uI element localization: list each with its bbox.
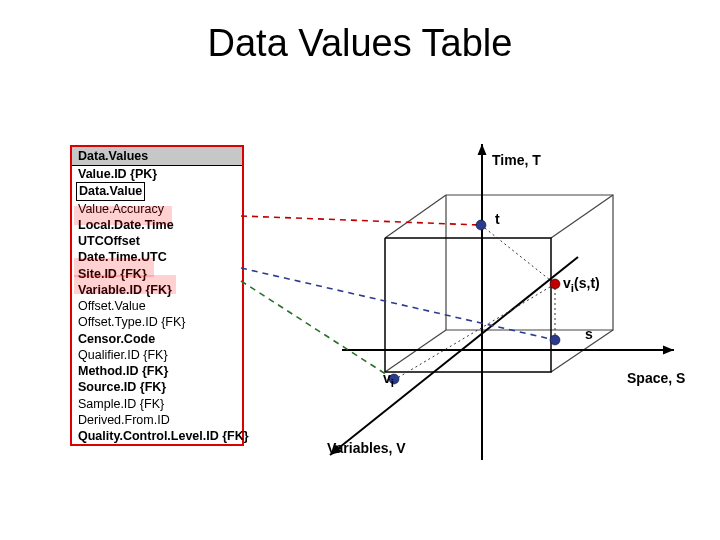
svg-point-18 [550, 279, 560, 289]
svg-line-14 [241, 216, 480, 225]
label-time-axis: Time, T [492, 152, 541, 168]
svg-point-19 [550, 335, 560, 345]
svg-point-17 [476, 220, 486, 230]
label-s: s [585, 326, 593, 342]
label-space-axis: Space, S [627, 370, 685, 386]
svg-line-1 [551, 195, 613, 238]
svg-line-0 [385, 195, 446, 238]
label-vi: vi [383, 370, 394, 389]
svg-line-11 [481, 225, 555, 284]
svg-marker-8 [663, 346, 674, 355]
svg-line-13 [394, 284, 555, 380]
svg-line-15 [241, 268, 555, 340]
diagram-svg [0, 0, 720, 540]
svg-line-16 [241, 281, 395, 380]
label-variables-axis: Variables, V [327, 440, 406, 456]
label-point: vi(s,t) [563, 275, 600, 294]
svg-line-9 [330, 257, 578, 455]
label-t: t [495, 211, 500, 227]
